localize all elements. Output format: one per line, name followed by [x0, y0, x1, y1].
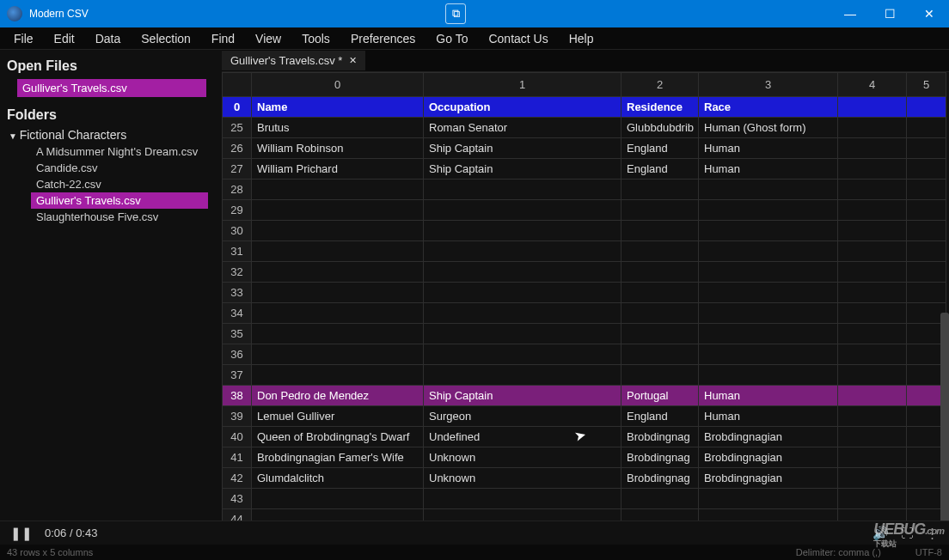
menu-edit[interactable]: Edit — [46, 28, 83, 49]
menu-contact-us[interactable]: Contact Us — [480, 28, 556, 49]
open-file-item[interactable]: Gulliver's Travels.csv — [17, 79, 206, 97]
cell[interactable]: Occupation — [424, 97, 621, 118]
row-header[interactable]: 42 — [223, 468, 252, 489]
cell[interactable]: Brobdingnagian — [699, 427, 838, 447]
tab-close-icon[interactable]: ✕ — [349, 55, 357, 66]
cell[interactable]: Residence — [621, 97, 699, 118]
cell[interactable] — [621, 324, 699, 344]
cell[interactable]: Human — [699, 386, 838, 406]
cell[interactable] — [424, 489, 621, 509]
cell[interactable] — [621, 489, 699, 509]
cell[interactable] — [699, 200, 838, 221]
cell[interactable]: Ship Captain — [424, 159, 621, 180]
cell[interactable] — [907, 159, 946, 180]
row-header[interactable]: 26 — [223, 138, 252, 159]
scrollbar-vertical[interactable] — [940, 313, 949, 520]
cell[interactable] — [699, 324, 838, 344]
row-header[interactable]: 0 — [223, 97, 252, 118]
cell[interactable] — [699, 365, 838, 386]
cell[interactable] — [252, 303, 424, 324]
cell[interactable] — [621, 221, 699, 241]
cell[interactable] — [621, 241, 699, 262]
row-header[interactable]: 36 — [223, 344, 252, 365]
screenshot-icon[interactable]: ⧉ — [445, 3, 466, 24]
cell[interactable] — [907, 283, 946, 303]
menu-find[interactable]: Find — [203, 28, 243, 49]
cell[interactable] — [424, 303, 621, 324]
row-header[interactable]: 28 — [223, 180, 252, 200]
cell[interactable]: Ship Captain — [424, 138, 621, 159]
cell[interactable] — [838, 159, 907, 180]
cell[interactable] — [621, 509, 699, 521]
row-header[interactable]: 30 — [223, 221, 252, 241]
cell[interactable] — [699, 262, 838, 283]
cell[interactable] — [252, 365, 424, 386]
menu-view[interactable]: View — [247, 28, 290, 49]
cell[interactable] — [699, 509, 838, 521]
row-header[interactable]: 25 — [223, 118, 252, 138]
cell[interactable]: Lemuel Gulliver — [252, 406, 424, 427]
row-header[interactable]: 44 — [223, 509, 252, 521]
row-header[interactable]: 37 — [223, 365, 252, 386]
cell[interactable] — [907, 97, 946, 118]
cell[interactable]: England — [621, 406, 699, 427]
cell[interactable] — [838, 118, 907, 138]
cell[interactable] — [621, 180, 699, 200]
cell[interactable] — [252, 180, 424, 200]
menu-data[interactable]: Data — [87, 28, 130, 49]
cell[interactable] — [252, 489, 424, 509]
row-header[interactable]: 40 — [223, 427, 252, 447]
cell[interactable] — [907, 262, 946, 283]
cell[interactable] — [907, 241, 946, 262]
row-header[interactable]: 35 — [223, 324, 252, 344]
cell[interactable] — [252, 241, 424, 262]
cell[interactable]: Roman Senator — [424, 118, 621, 138]
column-header[interactable]: 4 — [838, 73, 907, 97]
cell[interactable] — [838, 344, 907, 365]
menu-selection[interactable]: Selection — [132, 28, 199, 49]
cell[interactable] — [424, 283, 621, 303]
row-header[interactable]: 27 — [223, 159, 252, 180]
cell[interactable] — [252, 221, 424, 241]
cell[interactable]: William Robinson — [252, 138, 424, 159]
cell[interactable] — [621, 365, 699, 386]
cell[interactable] — [907, 138, 946, 159]
cell[interactable] — [838, 200, 907, 221]
data-table[interactable]: 0123450NameOccupationResidenceRace25Brut… — [222, 72, 946, 520]
row-header[interactable]: 29 — [223, 200, 252, 221]
minimize-button[interactable]: — — [830, 0, 870, 27]
cell[interactable] — [838, 283, 907, 303]
column-header[interactable]: 3 — [699, 73, 838, 97]
cell[interactable] — [621, 262, 699, 283]
cell[interactable] — [252, 200, 424, 221]
sidebar-file[interactable]: Candide.csv — [31, 160, 217, 176]
cell[interactable] — [252, 262, 424, 283]
cell[interactable] — [838, 303, 907, 324]
row-header[interactable]: 39 — [223, 406, 252, 427]
cell[interactable] — [424, 221, 621, 241]
sidebar-file[interactable]: Catch-22.csv — [31, 176, 217, 192]
cell[interactable]: Brobdingnagian — [699, 468, 838, 489]
cell[interactable] — [424, 262, 621, 283]
row-header[interactable]: 41 — [223, 447, 252, 468]
cell[interactable] — [838, 241, 907, 262]
cell[interactable] — [424, 509, 621, 521]
cell[interactable]: Undefined — [424, 427, 621, 447]
cell[interactable]: Queen of Brobdingnag's Dwarf — [252, 427, 424, 447]
cell[interactable] — [424, 200, 621, 221]
cell[interactable] — [621, 200, 699, 221]
cell[interactable] — [424, 324, 621, 344]
cell[interactable]: Human — [699, 406, 838, 427]
sidebar-file[interactable]: A Midsummer Night's Dream.csv — [31, 143, 217, 160]
cell[interactable] — [699, 221, 838, 241]
cell[interactable] — [252, 324, 424, 344]
cell[interactable] — [838, 365, 907, 386]
column-header[interactable]: 2 — [621, 73, 699, 97]
pause-icon[interactable]: ❚❚ — [10, 526, 33, 541]
cell[interactable]: Brobdingnag — [621, 468, 699, 489]
row-header[interactable]: 31 — [223, 241, 252, 262]
cell[interactable]: William Prichard — [252, 159, 424, 180]
cell[interactable] — [699, 283, 838, 303]
cell[interactable] — [838, 427, 907, 447]
cell[interactable]: Glubbdubdrib — [621, 118, 699, 138]
